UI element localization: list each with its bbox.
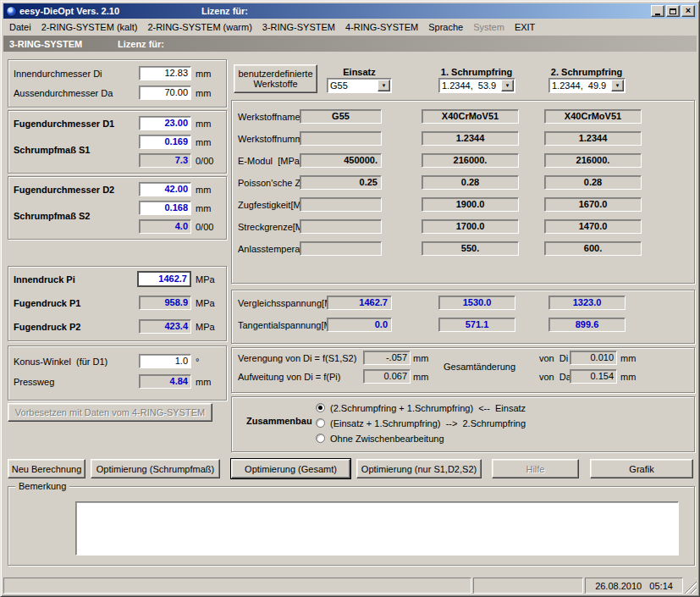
streckgrenze-row-label: Streckgrenze[MPa]	[238, 222, 302, 233]
fugendurchmesser-d2-input[interactable]: 42.00	[139, 182, 191, 196]
titlebar-license-label: Lizenz für:	[201, 6, 248, 16]
fugendurchmesser-d2-label: Fugendurchmesser D2	[14, 185, 114, 196]
schrumpfmass-s2-unit: mm	[196, 203, 211, 214]
menu-2ring-warm[interactable]: 2-RING-SYSTEM (warm)	[142, 19, 256, 35]
titlebar: eesy-DieOpt Vers. 2.10 Lizenz für: ×	[3, 3, 697, 19]
panel-license-label: Lizenz für:	[118, 39, 164, 49]
optimierung-schrumpfmass-button[interactable]: Optimierung (Schrumpfmaß)	[91, 459, 220, 478]
close-button[interactable]: ×	[681, 5, 695, 17]
schrumpfmass-s1-input[interactable]: 0.169	[139, 135, 191, 149]
material-select-einsatz-value: G55	[328, 80, 378, 91]
konus-winkel-input[interactable]: 1.0	[139, 354, 191, 368]
menu-exit[interactable]: EXIT	[510, 19, 540, 35]
panel-header: 3-RING-SYSTEM Lizenz für:	[3, 36, 697, 52]
menu-4ring[interactable]: 4-RING-SYSTEM	[340, 19, 423, 35]
zusammenbau-option-3-label: Ohne Zwischenbearbeitung	[330, 434, 444, 445]
poisson-ring1: 0.28	[422, 175, 519, 190]
werkstoffname-row-label: Werkstoffname	[238, 112, 302, 123]
werkstoffnummer-ring1: 1.2344	[422, 131, 519, 146]
panel-title: 3-RING-SYSTEM	[9, 39, 82, 49]
material-select-schrumpfring1-value: 1.2344, 53.9	[439, 80, 501, 91]
gesamtaenderung-label: Gesamtänderung	[439, 362, 520, 373]
zugfestigkeit-ring2: 1670.0	[544, 197, 642, 212]
werkstoffnummer-ring2: 1.2344	[544, 131, 642, 146]
innendurchmesser-input[interactable]: 12.83	[139, 66, 191, 80]
vergleichsspannung-ring2: 1323.0	[548, 296, 626, 310]
chevron-down-icon[interactable]: ▼	[611, 80, 624, 91]
anlasstemperatur-row-label: Anlasstemperatur[°C]	[238, 244, 302, 255]
aussendurchmesser-input[interactable]: 70.00	[139, 86, 191, 100]
schrumpfmass-s2-label: Schrumpfmaß S2	[14, 211, 90, 222]
chevron-down-icon[interactable]: ▼	[378, 80, 390, 91]
fugendurchmesser-d1-unit: mm	[196, 119, 211, 130]
tangentialspannung-ring1: 571.1	[438, 318, 515, 332]
schrumpfmass-s1-ratio: 7.3	[139, 153, 191, 168]
menu-sprache[interactable]: Sprache	[423, 19, 468, 35]
aufweitung-unit: mm	[413, 372, 428, 383]
innendruck-pi-unit: MPa	[196, 274, 215, 285]
menu-system: System	[468, 19, 510, 35]
chevron-down-icon[interactable]: ▼	[501, 80, 514, 91]
zusammenbau-radio-1[interactable]	[316, 403, 325, 412]
status-pane-main	[3, 578, 471, 594]
preset-4ring-button: Vorbesetzen mit Daten vom 4-RING-SYSTEM	[8, 403, 212, 422]
material-select-einsatz[interactable]: G55 ▼	[327, 78, 392, 93]
material-select-schrumpfring1[interactable]: 1.2344, 53.9 ▼	[438, 78, 515, 93]
konus-groupbox	[8, 345, 227, 401]
fugendruck-p2-label: Fugendruck P2	[14, 322, 80, 333]
material-select-schrumpfring2-value: 1.2344, 49.9	[549, 80, 611, 91]
konus-winkel-unit: °	[196, 357, 199, 368]
aussendurchmesser-unit: mm	[196, 88, 211, 99]
diameter-groupbox	[8, 59, 227, 108]
werkstoffname-einsatz: G55	[300, 109, 382, 124]
close-icon: ×	[686, 6, 691, 15]
zusammenbau-radio-2[interactable]	[316, 418, 325, 428]
schrumpfmass-s2-input[interactable]: 0.168	[139, 201, 191, 215]
tangentialspannung-label: Tangentialspannung[MPa]	[238, 320, 323, 331]
zugfestigkeit-einsatz	[300, 197, 382, 212]
fugendurchmesser-d1-input[interactable]: 23.00	[139, 116, 191, 130]
custom-materials-button[interactable]: benutzerdefinierte Werkstoffe	[234, 64, 317, 93]
fugendruck-p2-unit: MPa	[196, 322, 215, 333]
menu-datei[interactable]: Datei	[4, 19, 36, 35]
materials-groupbox	[231, 100, 695, 284]
status-pane-datetime: 26.08.2010 05:14	[585, 578, 683, 594]
poisson-ring2: 0.28	[544, 175, 642, 190]
fugendruck-p1-unit: MPa	[196, 298, 215, 309]
grafik-button[interactable]: Grafik	[590, 459, 693, 478]
bemerkung-textarea[interactable]	[75, 501, 679, 556]
window-controls: ×	[651, 5, 695, 17]
optimierung-gesamt-button[interactable]: Optimierung (Gesamt)	[231, 459, 350, 478]
optimierung-s1d2s2-button[interactable]: Optimierung (nur S1,D2,S2)	[356, 459, 482, 478]
statusbar: 26.08.2010 05:14	[3, 573, 697, 594]
zusammenbau-option-2-label: (Einsatz + 1.Schrumpfring) --> 2.Schrump…	[330, 418, 526, 429]
menu-3ring[interactable]: 3-RING-SYSTEM	[257, 19, 340, 35]
fugendruck-p1-label: Fugendruck P1	[14, 298, 80, 309]
schrumpfmass-s1-ratio-unit: 0/00	[196, 156, 213, 167]
poisson-row-label: Poisson'sche Zahl[ - ]	[238, 178, 302, 189]
maximize-icon	[670, 8, 676, 14]
row-label: Tangentialspannung	[238, 320, 321, 331]
bemerkung-label: Bemerkung	[15, 481, 69, 492]
aussendurchmesser-label: Aussendurchmesser Da	[14, 88, 113, 99]
column-header-einsatz: Einsatz	[327, 67, 392, 77]
emodul-row-label: E-Modul[MPa]	[238, 156, 302, 167]
fugendruck-p1-field: 958.9	[139, 296, 191, 310]
von-da-unit: mm	[620, 372, 636, 383]
resize-grip[interactable]	[685, 578, 697, 594]
schrumpfmass-s1-unit: mm	[196, 137, 211, 148]
material-select-schrumpfring2[interactable]: 1.2344, 49.9 ▼	[548, 78, 626, 93]
maximize-button[interactable]	[666, 5, 680, 17]
streckgrenze-ring2: 1470.0	[544, 219, 642, 234]
zusammenbau-radio-3[interactable]	[316, 434, 325, 443]
minimize-button[interactable]	[651, 5, 664, 17]
innendruck-pi-field[interactable]: 1462.7	[137, 271, 191, 287]
zugfestigkeit-row-label: Zugfestigkeit[MPa]	[238, 200, 302, 211]
menu-2ring-kalt[interactable]: 2-RING-SYSTEM (kalt)	[36, 19, 143, 35]
emodul-ring1: 216000.	[422, 153, 519, 168]
row-label: Zugfestigkeit	[238, 200, 290, 211]
neu-berechnung-button[interactable]: Neu Berechnung	[8, 459, 85, 478]
client-area: Innendurchmesser Di 12.83 mm Aussendurch…	[3, 52, 697, 573]
streckgrenze-einsatz	[300, 219, 382, 234]
vergleichsspannung-ring1: 1530.0	[438, 296, 515, 310]
